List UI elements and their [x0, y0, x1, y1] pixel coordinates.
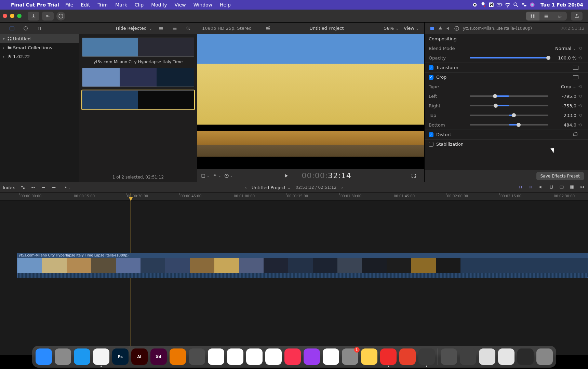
- clock[interactable]: Tue 1 Feb 20:04: [540, 2, 583, 8]
- dock-app-podcasts[interactable]: [304, 348, 320, 365]
- crop-param-value[interactable]: 233,0: [552, 113, 576, 118]
- menu-help[interactable]: Help: [220, 2, 231, 8]
- disclosure-icon[interactable]: ▸: [1, 55, 6, 58]
- crop-param-slider[interactable]: [470, 124, 548, 126]
- filmstrip-view-icon[interactable]: [156, 26, 166, 31]
- opacity-slider[interactable]: [470, 57, 548, 58]
- reset-icon[interactable]: ⟲: [576, 122, 584, 128]
- crop-param-slider[interactable]: [470, 115, 548, 116]
- connect-clip-icon[interactable]: [19, 184, 27, 190]
- overwrite-clip-icon[interactable]: [50, 184, 57, 190]
- append-clip-icon[interactable]: [40, 184, 47, 190]
- dock-app-todoist[interactable]: [399, 348, 416, 365]
- crop-section-title[interactable]: Crop: [436, 75, 474, 80]
- solo-icon[interactable]: [538, 185, 544, 190]
- save-effects-preset-button[interactable]: Save Effects Preset: [536, 172, 584, 180]
- effects-browser-icon[interactable]: [569, 185, 575, 190]
- timeline-area[interactable]: 00:00:00:0000:00:15:0000:00:30:0000:00:4…: [0, 193, 588, 355]
- dock-app-anydesk[interactable]: [380, 348, 397, 365]
- window-controls[interactable]: [3, 14, 22, 18]
- disclosure-icon[interactable]: ▸: [1, 46, 6, 50]
- menu-view[interactable]: View: [175, 2, 186, 8]
- menu-file[interactable]: File: [65, 2, 73, 8]
- select-tool-dropdown[interactable]: ⌄: [64, 184, 72, 190]
- opacity-value[interactable]: 100,0 %: [552, 55, 576, 61]
- reset-icon[interactable]: ⟲: [576, 103, 584, 108]
- dock-item-doc4[interactable]: [498, 348, 514, 365]
- close-window-icon[interactable]: [3, 14, 7, 18]
- crop-param-value[interactable]: 484,0: [552, 122, 576, 128]
- dock-app-numbers[interactable]: [323, 348, 339, 365]
- insert-clip-icon[interactable]: [29, 184, 37, 190]
- transform-tool-dropdown[interactable]: ⌄: [201, 172, 210, 180]
- dock-app-finder[interactable]: [36, 348, 52, 365]
- reset-icon[interactable]: ⟲: [576, 84, 584, 89]
- workspace-segmented-control[interactable]: [526, 12, 567, 21]
- menu-edit[interactable]: Edit: [81, 2, 90, 8]
- viewer-canvas[interactable]: [197, 34, 424, 169]
- timeline-project-dropdown[interactable]: Untitled Project ⌄: [252, 185, 291, 190]
- stabilization-section-title[interactable]: Stabilization: [436, 142, 474, 147]
- audio-inspector-icon[interactable]: [444, 26, 453, 31]
- menu-mark[interactable]: Mark: [115, 2, 127, 8]
- transform-section-title[interactable]: Transform: [436, 65, 474, 70]
- menu-clip[interactable]: Clip: [135, 2, 144, 8]
- menu-modify[interactable]: Modify: [151, 2, 167, 8]
- import-button[interactable]: [28, 12, 39, 21]
- background-tasks-button[interactable]: [56, 12, 65, 21]
- distort-thumbnail-icon[interactable]: [572, 132, 578, 137]
- dock-app-safari[interactable]: [74, 348, 90, 365]
- fullscreen-button[interactable]: [409, 172, 418, 180]
- spotlight-icon[interactable]: [512, 2, 520, 8]
- library-tab-icon[interactable]: [7, 26, 17, 31]
- crop-checkbox[interactable]: ✓: [429, 75, 433, 80]
- dock-app-launchpad[interactable]: [55, 348, 71, 365]
- info-inspector-icon[interactable]: [453, 26, 461, 31]
- stabilization-checkbox[interactable]: [429, 142, 433, 147]
- menu-trim[interactable]: Trim: [97, 2, 108, 8]
- minimize-window-icon[interactable]: [10, 14, 14, 18]
- distort-section-title[interactable]: Distort: [436, 132, 474, 137]
- transform-checkbox[interactable]: ✓: [429, 65, 433, 70]
- search-icon[interactable]: [183, 26, 193, 31]
- dock-item-doc3[interactable]: [479, 348, 495, 365]
- dock-app-messenger[interactable]: [208, 348, 224, 365]
- zoom-window-icon[interactable]: [17, 14, 22, 18]
- media-clip[interactable]: [82, 68, 194, 87]
- timeline-index-button[interactable]: Index: [3, 185, 15, 190]
- workspace-inspector-icon[interactable]: [553, 12, 567, 21]
- sidebar-item-event[interactable]: ▸ 1.02.22: [0, 52, 79, 61]
- transitions-browser-icon[interactable]: [579, 185, 585, 190]
- skimming-icon[interactable]: [518, 185, 524, 190]
- workspace-timeline-icon[interactable]: [539, 12, 553, 21]
- crop-type-dropdown[interactable]: Crop⌄: [561, 84, 576, 89]
- titles-tab-icon[interactable]: [34, 26, 44, 31]
- reset-icon[interactable]: ⟲: [576, 113, 584, 118]
- view-dropdown[interactable]: View ⌄: [404, 26, 419, 31]
- audio-skimming-icon[interactable]: [528, 185, 534, 190]
- dock-item-trash[interactable]: [536, 348, 553, 365]
- color-inspector-icon[interactable]: [436, 26, 444, 31]
- play-button[interactable]: [282, 172, 291, 180]
- dock-app-xd[interactable]: Xd: [150, 348, 167, 365]
- timeline-prev-icon[interactable]: ‹: [245, 185, 247, 190]
- dock-app-notes[interactable]: [361, 348, 377, 365]
- dock-app-music[interactable]: [284, 348, 301, 365]
- screen-record-icon[interactable]: [471, 2, 479, 8]
- video-inspector-icon[interactable]: [428, 26, 436, 31]
- media-clip[interactable]: [82, 90, 194, 109]
- wifi-icon[interactable]: [504, 2, 512, 8]
- reset-icon[interactable]: ⟲: [576, 55, 584, 61]
- keyword-button[interactable]: [42, 12, 54, 21]
- enhance-tool-dropdown[interactable]: ⌄: [212, 172, 221, 180]
- dock-app-photos[interactable]: [265, 348, 282, 365]
- menu-window[interactable]: Window: [193, 2, 212, 8]
- clip-appearance-icon[interactable]: [559, 185, 565, 190]
- crop-param-slider[interactable]: [470, 95, 548, 97]
- photos-tab-icon[interactable]: [21, 26, 31, 31]
- dock-app-blender[interactable]: [170, 348, 186, 365]
- timeline-next-icon[interactable]: ›: [341, 185, 343, 190]
- retime-tool-dropdown[interactable]: ⌄: [224, 172, 233, 180]
- disclosure-icon[interactable]: ▾: [1, 37, 6, 41]
- blend-mode-dropdown[interactable]: Normal⌄: [555, 46, 576, 51]
